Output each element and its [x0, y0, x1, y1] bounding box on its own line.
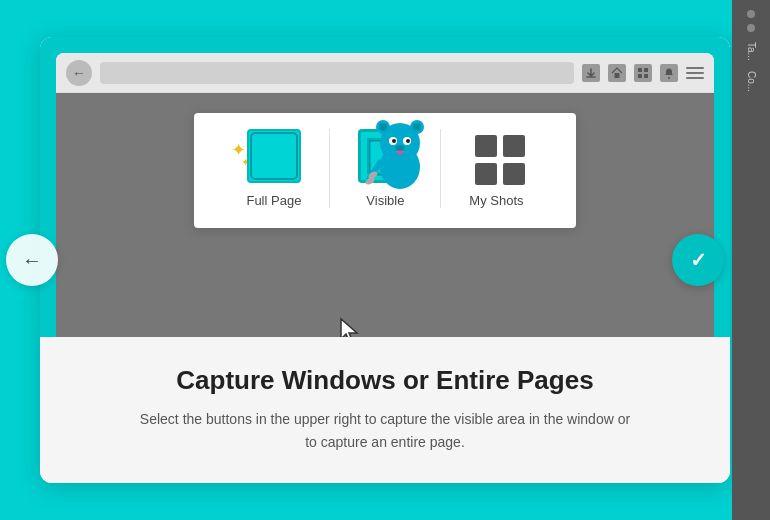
bell-icon	[660, 64, 678, 82]
svg-point-15	[392, 139, 396, 143]
grid-icon	[634, 64, 652, 82]
card-description: Select the buttons in the upper right to…	[135, 408, 635, 453]
full-page-option[interactable]: ✦ ✦	[218, 129, 330, 208]
panel-text-1: Ta...	[746, 42, 757, 61]
svg-rect-1	[615, 73, 620, 78]
svg-rect-2	[638, 68, 642, 72]
svg-rect-3	[644, 68, 648, 72]
svg-rect-28	[475, 135, 497, 157]
browser-icons	[582, 64, 704, 82]
download-icon	[582, 64, 600, 82]
my-shots-label: My Shots	[469, 193, 523, 208]
menu-icon[interactable]	[686, 67, 704, 79]
panel-dot	[747, 10, 755, 18]
prev-icon: ←	[22, 249, 42, 272]
panel-dot	[747, 24, 755, 32]
next-button[interactable]: ✓	[672, 234, 724, 286]
right-panel: Ta... Co...	[732, 0, 770, 520]
browser-back-btn[interactable]: ←	[66, 60, 92, 86]
svg-rect-5	[644, 74, 648, 78]
browser-window: ←	[56, 53, 714, 337]
my-shots-icon	[469, 129, 523, 183]
check-icon: ✓	[690, 248, 707, 272]
back-arrow-icon: ←	[72, 65, 86, 81]
main-container: Ta... Co... ← ←	[0, 0, 770, 520]
browser-url-bar	[100, 62, 574, 84]
browser-area: ←	[40, 37, 730, 337]
browser-content: ✦ ✦	[56, 93, 714, 337]
svg-point-17	[395, 145, 405, 151]
svg-rect-24	[253, 135, 295, 177]
full-page-icon	[247, 129, 301, 183]
home-icon	[608, 64, 626, 82]
browser-bar: ←	[56, 53, 714, 93]
mascot	[365, 107, 435, 187]
prev-button[interactable]: ←	[6, 234, 58, 286]
card: ←	[40, 37, 730, 483]
card-title: Capture Windows or Entire Pages	[70, 365, 700, 396]
my-shots-option[interactable]: My Shots	[441, 129, 551, 208]
svg-rect-29	[503, 135, 525, 157]
svg-point-6	[668, 77, 670, 79]
svg-rect-31	[503, 163, 525, 185]
full-page-label: Full Page	[246, 193, 301, 208]
svg-rect-4	[638, 74, 642, 78]
svg-rect-30	[475, 163, 497, 185]
svg-point-12	[413, 123, 421, 131]
svg-point-16	[406, 139, 410, 143]
svg-point-11	[379, 123, 387, 131]
card-text-area: Capture Windows or Entire Pages Select t…	[40, 337, 730, 483]
panel-text-2: Co...	[746, 71, 757, 92]
